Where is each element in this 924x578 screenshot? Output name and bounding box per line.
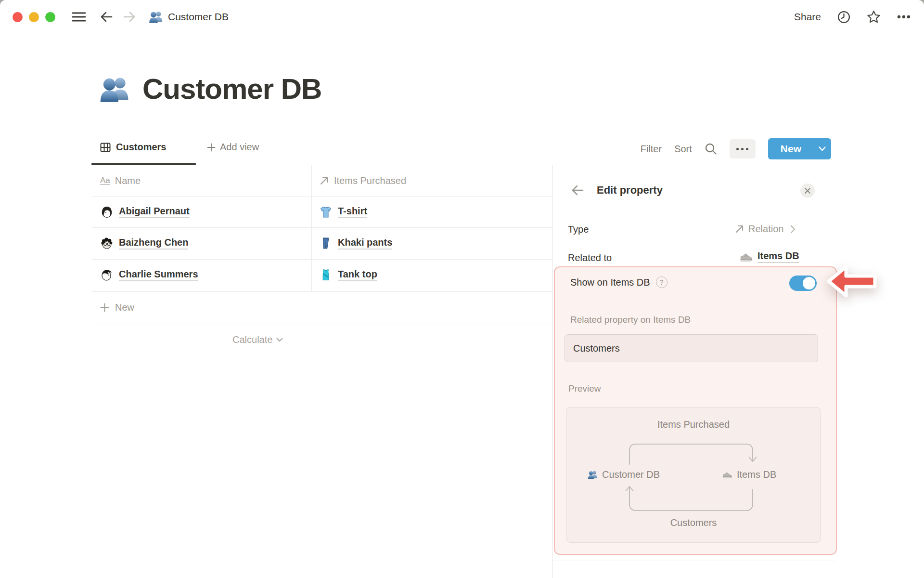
table-header-row: Aa Name Items Purchased xyxy=(91,165,552,196)
table-view-icon xyxy=(100,142,111,153)
diagram-items-db-node: Items DB xyxy=(722,469,776,480)
window-topbar: Customer DB Share xyxy=(0,0,924,34)
column-name-label: Name xyxy=(115,175,141,186)
tab-customers[interactable]: Customers xyxy=(100,142,166,153)
annotation-arrow-left-icon xyxy=(827,265,877,298)
related-property-label: Related property on Items DB xyxy=(570,315,691,325)
show-on-items-db-toggle[interactable] xyxy=(789,276,817,291)
sort-button[interactable]: Sort xyxy=(674,144,692,155)
tank-top-icon xyxy=(319,268,333,282)
column-items-label: Items Purchased xyxy=(334,175,406,186)
new-button-chevron-icon[interactable] xyxy=(813,138,831,159)
calculate-label: Calculate xyxy=(232,334,272,345)
avatar-abigail xyxy=(100,205,114,219)
diagram-bottom-label: Customers xyxy=(566,517,821,528)
relation-arrow-icon xyxy=(319,176,329,186)
item-link[interactable]: Tank top xyxy=(338,269,377,281)
app-window: Customer DB Share Customer xyxy=(0,0,924,578)
khaki-pants-icon xyxy=(319,236,333,250)
customer-db-people-icon xyxy=(149,10,163,24)
customer-name-link[interactable]: Abigail Pernaut xyxy=(119,206,190,218)
page-icon-people xyxy=(99,74,130,105)
show-on-items-db-label: Show on Items DB xyxy=(570,277,650,288)
related-to-value-button[interactable]: Items DB xyxy=(740,250,799,263)
minimize-window-button[interactable] xyxy=(29,12,39,22)
zoom-window-button[interactable] xyxy=(45,12,55,22)
item-cell[interactable]: T-shirt xyxy=(319,196,367,227)
related-to-value-label: Items DB xyxy=(757,250,799,263)
item-cell[interactable]: Tank top xyxy=(319,259,377,290)
row-divider xyxy=(91,324,552,324)
item-link[interactable]: Khaki pants xyxy=(338,237,392,250)
type-value-button[interactable]: Relation xyxy=(734,223,796,235)
forward-arrow-icon[interactable] xyxy=(123,11,136,23)
name-cell[interactable]: Charlie Summers xyxy=(100,259,198,290)
calculate-button[interactable]: Calculate xyxy=(232,327,283,352)
diagram-customer-db-node: Customer DB xyxy=(588,469,660,480)
item-link[interactable]: T-shirt xyxy=(338,206,367,218)
view-options-button[interactable] xyxy=(730,139,756,158)
breadcrumb-doc-title[interactable]: Customer DB xyxy=(168,11,229,23)
close-window-button[interactable] xyxy=(13,12,23,22)
name-cell[interactable]: Baizheng Chen xyxy=(100,227,188,259)
customer-name-link[interactable]: Charlie Summers xyxy=(119,269,198,281)
name-cell[interactable]: Abigail Pernaut xyxy=(100,196,190,227)
filter-button[interactable]: Filter xyxy=(641,144,662,155)
search-icon[interactable] xyxy=(705,143,717,155)
t-shirt-icon xyxy=(319,205,333,219)
new-row-button[interactable]: New xyxy=(91,292,552,323)
clock-history-icon[interactable] xyxy=(837,11,850,24)
table-row: Charlie Summers Tank top xyxy=(91,259,552,290)
table-row: Abigail Pernaut T-shirt xyxy=(91,196,552,227)
close-panel-button[interactable] xyxy=(800,184,815,198)
plus-icon xyxy=(207,143,216,152)
sneaker-icon xyxy=(722,470,732,480)
panel-divider xyxy=(552,165,553,578)
diagram-top-label: Items Purchased xyxy=(566,419,821,430)
column-header-items-purchased[interactable]: Items Purchased xyxy=(319,165,406,196)
diagram-right-node-label: Items DB xyxy=(737,469,776,480)
more-options-icon[interactable] xyxy=(897,15,911,19)
panel-back-arrow-icon[interactable] xyxy=(571,184,584,196)
dot xyxy=(736,148,739,150)
back-arrow-icon[interactable] xyxy=(100,11,113,23)
page-title[interactable]: Customer DB xyxy=(142,72,321,105)
people-icon xyxy=(588,470,598,480)
favorite-star-icon[interactable] xyxy=(867,10,881,24)
chevron-down-icon xyxy=(276,338,283,342)
text-property-icon: Aa xyxy=(100,176,110,185)
dot xyxy=(741,148,744,150)
plus-icon xyxy=(100,303,109,312)
dot xyxy=(746,148,748,150)
traffic-lights xyxy=(13,12,55,22)
panel-title: Edit property xyxy=(597,184,663,197)
avatar-charlie xyxy=(100,268,114,282)
tab-customers-label: Customers xyxy=(116,142,166,153)
chevron-right-icon xyxy=(790,225,796,234)
item-cell[interactable]: Khaki pants xyxy=(319,227,392,259)
column-header-name[interactable]: Aa Name xyxy=(100,165,141,196)
type-value-label: Relation xyxy=(748,223,783,235)
diagram-left-node-label: Customer DB xyxy=(602,469,660,480)
add-view-label: Add view xyxy=(220,142,259,153)
hamburger-menu-icon[interactable] xyxy=(72,11,86,23)
customer-name-link[interactable]: Baizheng Chen xyxy=(119,237,188,250)
panel-section-divider xyxy=(552,561,836,561)
sneaker-icon xyxy=(740,250,753,263)
new-record-button[interactable]: New xyxy=(768,138,831,159)
table-row: Baizheng Chen Khaki pants xyxy=(91,227,552,259)
related-property-input[interactable] xyxy=(565,334,818,362)
type-label: Type xyxy=(568,224,589,235)
related-to-label: Related to xyxy=(568,252,612,263)
help-icon[interactable]: ? xyxy=(656,276,667,288)
new-row-label: New xyxy=(115,302,134,313)
add-view-button[interactable]: Add view xyxy=(207,142,259,153)
toggle-knob xyxy=(803,277,815,289)
relation-preview-box: Items Purchased Customer DB Item xyxy=(566,407,821,543)
relation-arrow-icon xyxy=(734,224,744,234)
avatar-baizheng xyxy=(100,236,114,250)
share-button[interactable]: Share xyxy=(794,11,821,23)
new-button-label[interactable]: New xyxy=(768,138,813,159)
preview-label: Preview xyxy=(568,383,601,394)
